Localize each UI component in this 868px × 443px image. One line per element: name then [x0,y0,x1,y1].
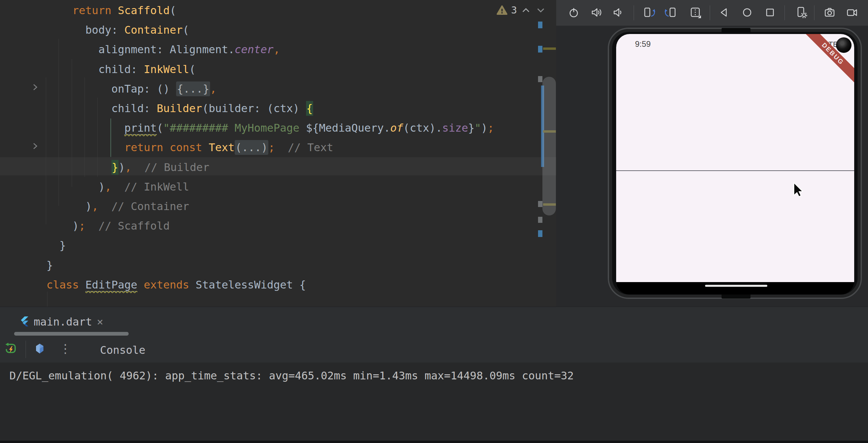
screenshot-icon[interactable] [823,6,836,19]
fold-icon[interactable] [688,6,702,19]
change-stripe-mark [538,22,542,28]
warning-icon[interactable] [496,5,508,15]
code-line: child: InkWell( [46,60,196,79]
phone-screen[interactable]: 9:59 LTE DEBUG [616,34,854,294]
code-line: child: Builder(builder: (ctx) { [46,99,313,118]
log-line: D/EGL_emulation( 4962): app_time_stats: … [9,369,574,382]
run-tab-main-dart[interactable]: main.dart × [20,312,103,332]
code-editor[interactable]: return Scaffold( body: Container( alignm… [0,0,556,307]
code-line: } [46,235,66,255]
code-line: print("######### MyHomePage ${MediaQuery… [46,118,494,138]
run-tab-strip: main.dart × [0,307,868,337]
rotate-left-icon[interactable] [643,6,656,19]
console-toolbar: ⋮ Console [0,337,868,362]
prev-warning-icon[interactable] [520,5,532,15]
code-line: ), // InkWell [46,177,189,197]
selected-tab-underline [14,332,129,336]
emulator-panel: 9:59 LTE DEBUG [556,0,868,307]
warning-count: 3 [511,4,517,16]
fold-crease-line [616,170,854,171]
home-icon[interactable] [740,6,754,19]
volume-up-icon[interactable] [590,6,603,19]
hot-restart-icon[interactable] [4,342,18,355]
change-stripe-mark [538,217,542,223]
camera-punch-hole [836,37,851,53]
change-stripe-mark [538,230,542,237]
window-bottom-edge [0,441,868,443]
volume-down-icon[interactable] [611,6,625,19]
change-stripe-mark [538,201,542,207]
toolbar-divider [710,5,710,20]
toolbar-divider [784,5,785,20]
code-line: ); // Scaffold [46,216,170,235]
code-line: alignment: Alignment.center, [46,40,280,59]
back-icon[interactable] [717,6,731,19]
record-icon[interactable] [845,6,859,19]
rotate-right-icon[interactable] [664,6,677,19]
change-stripe-mark [538,46,542,53]
overview-icon[interactable] [763,6,777,19]
scrollbar-thumb[interactable] [542,77,556,216]
phone-device-frame: 9:59 LTE DEBUG [608,28,862,299]
power-icon[interactable] [567,6,581,19]
device-settings-icon[interactable] [795,6,808,19]
console-tab[interactable]: Console [100,344,146,356]
ide-window: return Scaffold( body: Container( alignm… [0,0,868,443]
code-line: body: Container( [46,20,189,40]
code-line: onTap: () {...}, [46,79,217,99]
status-time: 9:59 [635,39,651,49]
close-tab-icon[interactable]: × [97,315,103,328]
run-tool-window: main.dart × ⋮ Cons [0,307,868,443]
editor-scroll-markers [537,0,556,307]
run-tab-label: main.dart [34,315,92,328]
code-line: }), // Builder [46,158,210,177]
code-line: class EditPage extends StatelessWidget { [46,275,306,294]
code-line: ), // Container [46,197,189,216]
code-line: return const Text(...); // Text [46,138,333,157]
warning-stripe-mark [543,48,556,50]
toolbar-divider [814,5,814,20]
dart-device-icon[interactable] [33,342,46,355]
home-indicator[interactable] [705,285,767,287]
more-options-icon[interactable]: ⋮ [59,342,71,355]
app-surface[interactable]: 9:59 LTE DEBUG [616,34,854,282]
code-line: } [46,255,53,275]
mouse-cursor [792,182,804,198]
change-stripe-mark [538,76,542,82]
flutter-icon [20,316,29,327]
code-line: return Scaffold( [46,1,176,20]
hinge-top [721,28,750,33]
toolbar-divider [634,5,634,20]
toolbar-divider [26,341,26,358]
code-lines: return Scaffold( body: Container( alignm… [0,0,556,307]
emulator-toolbar [556,0,868,26]
console-output[interactable]: D/EGL_emulation( 4962): app_time_stats: … [0,362,868,441]
